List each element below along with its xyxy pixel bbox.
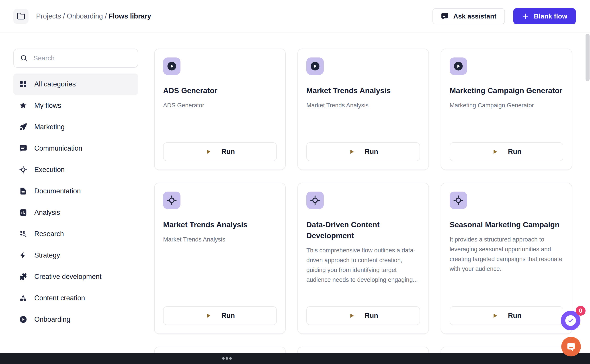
sidebar-item-label: Creative development <box>34 273 102 281</box>
sidebar-item-label: My flows <box>34 102 61 110</box>
star-icon <box>19 102 27 110</box>
flow-card-title: Data-Driven Content Development <box>306 219 420 241</box>
scrollbar-thumb[interactable] <box>585 34 590 81</box>
sidebar-item-label: Onboarding <box>34 315 70 324</box>
flow-card[interactable]: Market Trends AnalysisMarket Trends Anal… <box>154 183 286 334</box>
flow-card[interactable]: Marketing Campaign GeneratorMarketing Ca… <box>441 49 572 170</box>
sidebar-item-research[interactable]: Research <box>13 223 138 245</box>
ellipsis-handle[interactable] <box>222 357 232 359</box>
sidebar-item-label: All categories <box>34 80 76 88</box>
shapes-icon <box>19 294 27 302</box>
run-button[interactable]: Run <box>306 306 420 325</box>
breadcrumb-path[interactable]: Projects / Onboarding / <box>36 12 107 20</box>
breadcrumb-current: Flows library <box>109 12 151 20</box>
play-icon <box>205 148 212 155</box>
project-folder-button[interactable] <box>13 9 28 24</box>
sidebar-item-label: Research <box>34 230 64 238</box>
sidebar-item-label: Marketing <box>34 123 65 131</box>
run-button-label: Run <box>365 312 378 320</box>
bottom-bar <box>0 353 590 364</box>
flow-card-description: Market Trends Analysis <box>306 100 420 110</box>
breadcrumb: Projects / Onboarding /Flows library <box>36 12 151 20</box>
plus-icon <box>522 13 529 20</box>
grid-icon <box>19 80 27 88</box>
sidebar-item-label: Documentation <box>34 187 81 195</box>
play-icon <box>348 312 355 319</box>
run-button-label: Run <box>508 312 521 320</box>
sidebar-item-onboarding[interactable]: Onboarding <box>13 309 138 330</box>
flow-card-title: Marketing Campaign Generator <box>450 85 563 96</box>
play-icon <box>492 312 498 319</box>
flow-card-title: Seasonal Marketing Campaign <box>450 219 563 230</box>
ask-assistant-label: Ask assistant <box>454 13 496 20</box>
sidebar-item-communication[interactable]: Communication <box>13 138 138 159</box>
sidebar-item-execution[interactable]: Execution <box>13 159 138 181</box>
message-icon <box>19 144 27 152</box>
run-button-label: Run <box>221 148 235 156</box>
search-icon <box>20 54 28 62</box>
sidebar-item-all-categories[interactable]: All categories <box>13 73 138 95</box>
sidebar: All categoriesMy flowsMarketingCommunica… <box>13 49 138 330</box>
flow-card-description: ADS Generator <box>163 100 277 110</box>
flow-card[interactable]: ADS GeneratorADS GeneratorRun <box>154 49 286 170</box>
run-button[interactable]: Run <box>163 142 277 161</box>
check-icon <box>565 315 576 326</box>
flow-card-title: ADS Generator <box>163 85 277 96</box>
crosshair-icon <box>450 192 467 209</box>
notification-badge: 0 <box>576 306 585 316</box>
run-button[interactable]: Run <box>163 306 277 325</box>
play-icon <box>348 148 355 155</box>
puzzle-icon <box>19 273 27 281</box>
run-button-label: Run <box>221 312 235 320</box>
search-box <box>13 49 138 68</box>
top-bar: Projects / Onboarding /Flows library Ask… <box>0 0 590 33</box>
chat-icon <box>441 13 448 20</box>
run-button-label: Run <box>508 148 521 156</box>
crosshair-icon <box>306 192 324 209</box>
sidebar-item-analysis[interactable]: Analysis <box>13 202 138 223</box>
run-button[interactable]: Run <box>450 306 563 325</box>
flow-card[interactable]: Seasonal Marketing CampaignIt provides a… <box>441 183 572 334</box>
sidebar-item-documentation[interactable]: Documentation <box>13 181 138 202</box>
crosshair-icon <box>163 192 181 209</box>
rocket-icon <box>19 123 27 131</box>
sidebar-item-label: Strategy <box>34 251 60 259</box>
flow-card-description: It provides a structured approach to lev… <box>450 234 563 274</box>
flow-card-description: This comprehensive flow outlines a data-… <box>306 246 420 285</box>
tasks-fab-button[interactable]: 0 <box>561 311 580 330</box>
flow-card-description: Marketing Campaign Generator <box>450 100 563 110</box>
play-icon <box>492 148 498 155</box>
sidebar-item-strategy[interactable]: Strategy <box>13 245 138 266</box>
flow-card-title: Market Trends Analysis <box>163 219 277 230</box>
flow-card[interactable]: Data-Driven Content DevelopmentThis comp… <box>298 183 429 334</box>
flow-card[interactable]: Market Trends AnalysisMarket Trends Anal… <box>298 49 429 170</box>
blank-flow-button[interactable]: Blank flow <box>513 8 576 24</box>
sidebar-item-creative-development[interactable]: Creative development <box>13 266 138 287</box>
run-button[interactable]: Run <box>306 142 420 161</box>
sidebar-item-marketing[interactable]: Marketing <box>13 116 138 138</box>
sidebar-item-my-flows[interactable]: My flows <box>13 95 138 116</box>
sidebar-item-label: Communication <box>34 144 82 152</box>
intercom-chat-button[interactable] <box>561 337 581 357</box>
flow-card-description: Market Trends Analysis <box>163 234 277 244</box>
sidebar-item-label: Execution <box>34 166 65 174</box>
flows-grid: ADS GeneratorADS GeneratorRunMarket Tren… <box>154 49 573 364</box>
run-button[interactable]: Run <box>450 142 563 161</box>
play-circle-icon <box>19 315 27 324</box>
research-icon <box>19 230 27 238</box>
play-icon <box>205 312 212 319</box>
sidebar-category-list: All categoriesMy flowsMarketingCommunica… <box>13 73 138 330</box>
play-circle-icon <box>163 58 181 75</box>
sidebar-item-label: Analysis <box>34 208 60 216</box>
sidebar-item-label: Content creation <box>34 294 85 302</box>
play-circle-icon <box>450 58 467 75</box>
crosshair-icon <box>19 166 27 174</box>
chart-icon <box>19 208 27 216</box>
ask-assistant-button[interactable]: Ask assistant <box>433 8 505 24</box>
sidebar-item-content-creation[interactable]: Content creation <box>13 287 138 309</box>
file-icon <box>19 187 27 195</box>
run-button-label: Run <box>365 148 378 156</box>
chat-bubble-icon <box>566 341 577 352</box>
search-input[interactable] <box>33 54 131 62</box>
folder-icon <box>17 12 25 20</box>
